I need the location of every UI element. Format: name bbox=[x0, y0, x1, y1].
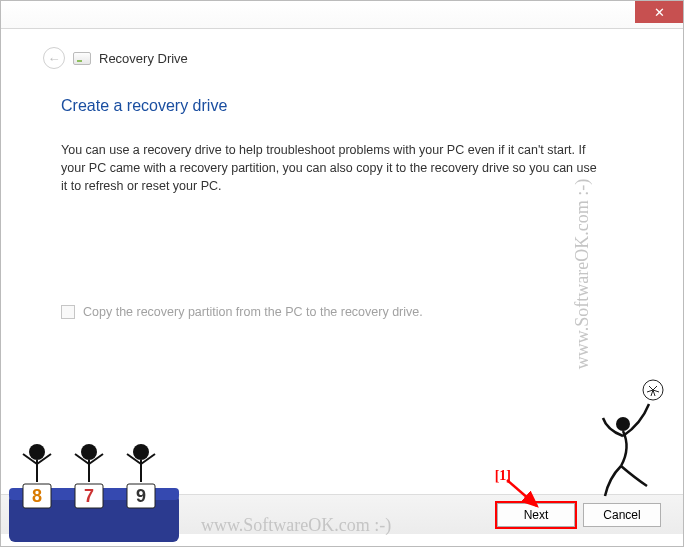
wizard-header: ← Recovery Drive bbox=[1, 29, 683, 79]
next-button[interactable]: Next bbox=[497, 503, 575, 527]
svg-point-9 bbox=[81, 444, 97, 460]
svg-point-22 bbox=[616, 417, 630, 431]
content-area: Create a recovery drive You can use a re… bbox=[1, 79, 683, 319]
button-bar: Next Cancel bbox=[1, 494, 683, 534]
page-heading: Create a recovery drive bbox=[61, 97, 623, 115]
checkbox-box bbox=[61, 305, 75, 319]
svg-line-11 bbox=[75, 454, 89, 464]
svg-point-21 bbox=[643, 380, 663, 400]
soccer-graphic bbox=[601, 378, 671, 498]
annotation-label: [1] bbox=[495, 468, 511, 484]
copy-partition-checkbox: Copy the recovery partition from the PC … bbox=[61, 305, 623, 319]
svg-line-17 bbox=[127, 454, 141, 464]
back-button: ← bbox=[43, 47, 65, 69]
checkbox-label: Copy the recovery partition from the PC … bbox=[83, 305, 423, 319]
svg-line-12 bbox=[89, 454, 103, 464]
svg-point-3 bbox=[29, 444, 45, 460]
close-icon: ✕ bbox=[654, 5, 665, 20]
cancel-button[interactable]: Cancel bbox=[583, 503, 661, 527]
back-arrow-icon: ← bbox=[48, 51, 61, 66]
svg-line-6 bbox=[37, 454, 51, 464]
titlebar: ✕ bbox=[1, 1, 683, 29]
body-text: You can use a recovery drive to help tro… bbox=[61, 141, 601, 195]
svg-line-18 bbox=[141, 454, 155, 464]
close-button[interactable]: ✕ bbox=[635, 1, 683, 23]
svg-point-15 bbox=[133, 444, 149, 460]
drive-icon bbox=[73, 52, 91, 65]
wizard-title: Recovery Drive bbox=[99, 51, 188, 66]
svg-line-5 bbox=[23, 454, 37, 464]
